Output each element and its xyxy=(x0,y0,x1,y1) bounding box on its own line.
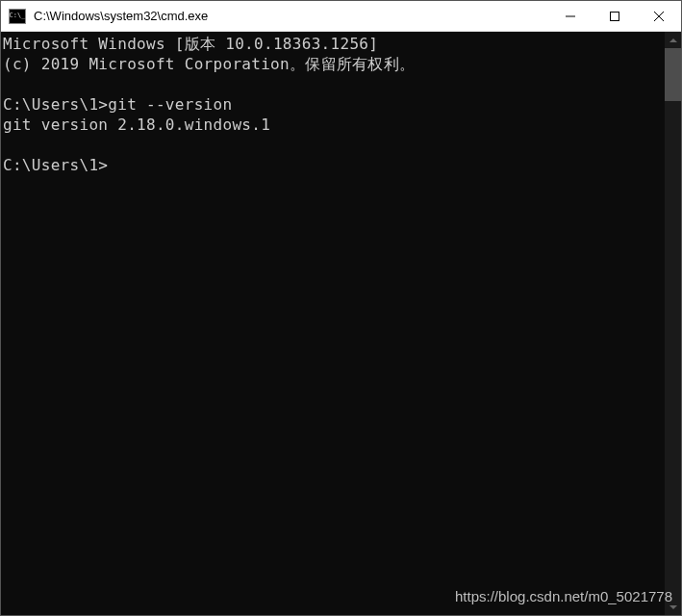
close-button[interactable] xyxy=(637,1,681,31)
scroll-thumb[interactable] xyxy=(665,48,681,101)
maximize-button[interactable] xyxy=(593,1,637,31)
chevron-up-icon xyxy=(669,38,677,42)
terminal-output[interactable]: Microsoft Windows [版本 10.0.18363.1256] (… xyxy=(1,32,665,615)
scroll-track[interactable] xyxy=(665,48,681,599)
terminal-line: git version 2.18.0.windows.1 xyxy=(3,116,270,134)
window-controls xyxy=(548,1,681,31)
terminal-line: C:\Users\1>git --version xyxy=(3,95,232,114)
cmd-window: C:\Windows\system32\cmd.exe Microsoft Wi… xyxy=(0,0,682,616)
scroll-up-button[interactable] xyxy=(665,32,681,48)
window-title: C:\Windows\system32\cmd.exe xyxy=(34,9,548,23)
titlebar[interactable]: C:\Windows\system32\cmd.exe xyxy=(1,1,681,32)
cmd-icon xyxy=(9,9,26,24)
minimize-icon xyxy=(566,12,575,21)
terminal-line: Microsoft Windows [版本 10.0.18363.1256] xyxy=(3,35,378,53)
maximize-icon xyxy=(610,12,619,21)
terminal-line: (c) 2019 Microsoft Corporation。保留所有权利。 xyxy=(3,55,415,73)
client-area: Microsoft Windows [版本 10.0.18363.1256] (… xyxy=(1,32,681,615)
svg-rect-1 xyxy=(611,12,619,20)
minimize-button[interactable] xyxy=(548,1,593,31)
svg-marker-4 xyxy=(669,38,677,42)
close-icon xyxy=(654,12,664,21)
chevron-down-icon xyxy=(669,605,677,609)
scroll-down-button[interactable] xyxy=(665,599,681,615)
terminal-line: C:\Users\1> xyxy=(3,156,108,174)
vertical-scrollbar[interactable] xyxy=(665,32,681,615)
svg-marker-5 xyxy=(669,605,677,609)
